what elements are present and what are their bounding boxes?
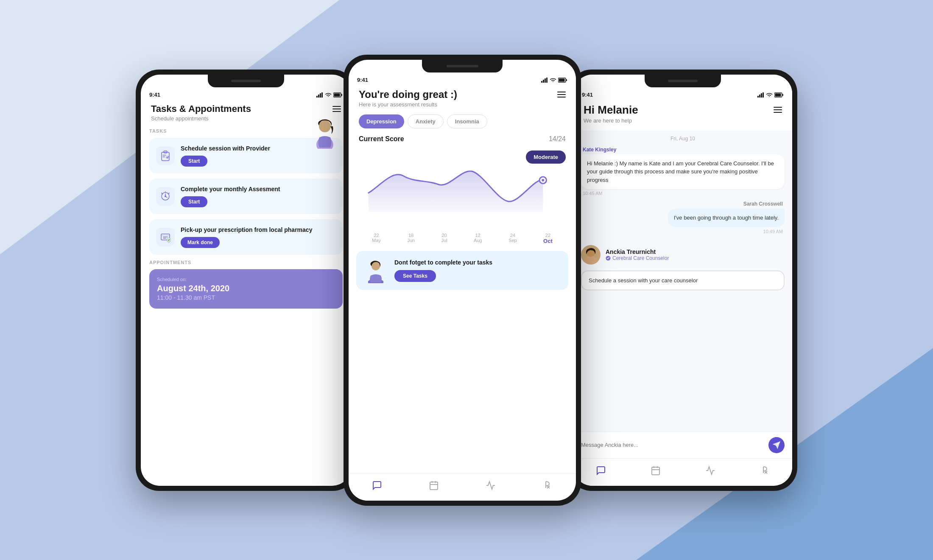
chat-time-kate: 10:45 AM <box>583 191 785 196</box>
svg-rect-24 <box>543 80 544 83</box>
phone3-notch <box>645 75 721 87</box>
counselor-avatar <box>581 245 601 265</box>
phone2-notch <box>422 60 503 72</box>
nav-rx[interactable] <box>542 480 553 490</box>
sender-kate: Kate Kingsley <box>583 147 785 153</box>
score-label: Current Score <box>359 135 404 143</box>
svg-rect-26 <box>546 78 548 83</box>
chart-date-jun: 18 Jun <box>407 233 415 244</box>
nav-activity[interactable] <box>486 480 496 490</box>
svg-rect-49 <box>652 467 659 475</box>
svg-rect-44 <box>782 94 784 96</box>
nav-activity-3[interactable] <box>705 465 715 476</box>
appointment-card: Scheduled on: August 24th, 2020 11:00 - … <box>149 269 343 309</box>
score-value: 14/24 <box>549 135 566 143</box>
signal-icon <box>541 78 548 83</box>
phone3-menu-icon[interactable] <box>774 107 782 113</box>
svg-rect-2 <box>320 93 321 98</box>
svg-rect-23 <box>541 81 542 83</box>
phone1-screen: 9:41 <box>141 75 351 486</box>
task3-info: Pick-up your prescription from local pha… <box>181 226 336 248</box>
rx-nav-icon-3 <box>760 465 770 476</box>
svg-point-46 <box>582 256 599 265</box>
phone2-title: You're doing great :) <box>359 89 457 100</box>
task2-start-button[interactable]: Start <box>181 196 207 207</box>
battery-icon <box>774 92 784 98</box>
counselor-profile: Anckia Treurnicht Cerebral Care Counselo… <box>573 239 792 270</box>
task3-name: Pick-up your prescription from local pha… <box>181 226 336 234</box>
svg-rect-28 <box>566 79 567 81</box>
nav-chat[interactable] <box>372 480 382 490</box>
svg-rect-6 <box>334 93 340 96</box>
wifi-icon <box>550 78 556 83</box>
nav-rx-3[interactable] <box>760 465 770 476</box>
phone2-header: You're doing great :) Here is your asses… <box>349 84 576 114</box>
phone1-speaker <box>231 80 261 82</box>
tab-anxiety[interactable]: Anxiety <box>408 114 444 128</box>
menu-icon[interactable] <box>332 106 341 112</box>
tab-insomnia[interactable]: Insomnia <box>447 114 487 128</box>
svg-point-31 <box>542 179 544 181</box>
schedule-suggestion[interactable]: Schedule a session with your care counse… <box>581 270 785 290</box>
assessment-tabs: Depression Anxiety Insomnia <box>349 114 576 135</box>
chart-date-oct: 22 Oct <box>543 233 553 244</box>
chat-bubble-sarah: I've been going through a tough time lat… <box>668 209 785 227</box>
phone2-menu-icon[interactable] <box>557 92 566 98</box>
chat-messages-area: Kate Kingsley Hi Melanie :) My name is K… <box>573 147 792 239</box>
task3-icon-wrap <box>156 228 175 246</box>
signal-icon <box>757 92 764 98</box>
chart-area: Moderate <box>349 146 576 231</box>
task3-mark-done-button[interactable]: Mark done <box>181 237 220 248</box>
phone1-title: Tasks & Appointments <box>151 103 251 114</box>
phone2-subtitle: Here is your assessment results <box>359 101 566 108</box>
see-tasks-button[interactable]: See Tasks <box>394 270 436 282</box>
phone1-avatar <box>309 117 341 149</box>
sender-sarah: Sarah Crosswell <box>743 201 783 207</box>
phone3-title-row: Hi Melanie <box>584 103 782 117</box>
tab-depression[interactable]: Depression <box>359 114 404 128</box>
battery-icon <box>558 78 567 83</box>
reminder-illustration <box>363 258 388 283</box>
phone3-time: 9:41 <box>582 92 593 98</box>
phone2-screen: 9:41 <box>349 60 576 501</box>
reminder-title: Dont fotget to complete your tasks <box>394 259 561 266</box>
message-1: Kate Kingsley Hi Melanie :) My name is K… <box>581 147 785 196</box>
appointments-label: APPOINTMENTS <box>149 260 343 265</box>
phone2-speaker <box>447 65 478 67</box>
chart-dates: 22 May 18 Jun 20 Jul 12 Aug 24 Sep <box>349 231 576 248</box>
calendar-nav-icon <box>429 480 439 490</box>
appt-scheduled-label: Scheduled on: <box>157 277 335 282</box>
phone2-status-icons <box>541 78 567 83</box>
clipboard-icon <box>160 150 171 161</box>
phone1-notch <box>208 75 284 87</box>
phone1-appointments-section: APPOINTMENTS Scheduled on: August 24th, … <box>141 260 351 309</box>
svg-rect-3 <box>321 92 323 98</box>
reminder-card: Dont fotget to complete your tasks See T… <box>356 251 568 290</box>
message-2: Sarah Crosswell I've been going through … <box>581 201 785 239</box>
chart-date-sep: 24 Sep <box>508 233 517 244</box>
phone3-subtitle: We are here to help <box>584 117 782 124</box>
svg-rect-1 <box>318 95 319 98</box>
nav-calendar[interactable] <box>429 480 439 490</box>
svg-rect-33 <box>430 482 438 490</box>
task2-info: Complete your monthly Assesment Start <box>181 185 336 207</box>
counselor-role: Cerebral Care Counselor <box>606 255 669 261</box>
task1-start-button[interactable]: Start <box>181 156 207 167</box>
chat-nav-icon-3 <box>596 465 606 476</box>
phone3-speaker <box>668 80 698 82</box>
chat-date-divider: Fri, Aug 10 <box>573 131 792 147</box>
message-input[interactable] <box>581 442 764 448</box>
svg-rect-45 <box>775 93 781 96</box>
chat-time-sarah: 10:49 AM <box>763 229 783 234</box>
phone1: 9:41 <box>136 70 356 491</box>
svg-rect-5 <box>341 94 343 96</box>
nav-chat-3[interactable] <box>596 465 606 476</box>
send-button[interactable] <box>768 437 785 453</box>
nav-calendar-3[interactable] <box>651 465 661 476</box>
score-row: Current Score 14/24 <box>349 135 576 146</box>
chart-date-aug: 12 Aug <box>474 233 482 244</box>
task2-name: Complete your monthly Assesment <box>181 185 336 193</box>
task1-icon-wrap <box>156 146 175 165</box>
svg-rect-0 <box>316 96 318 98</box>
calendar-nav-icon-3 <box>651 465 661 476</box>
